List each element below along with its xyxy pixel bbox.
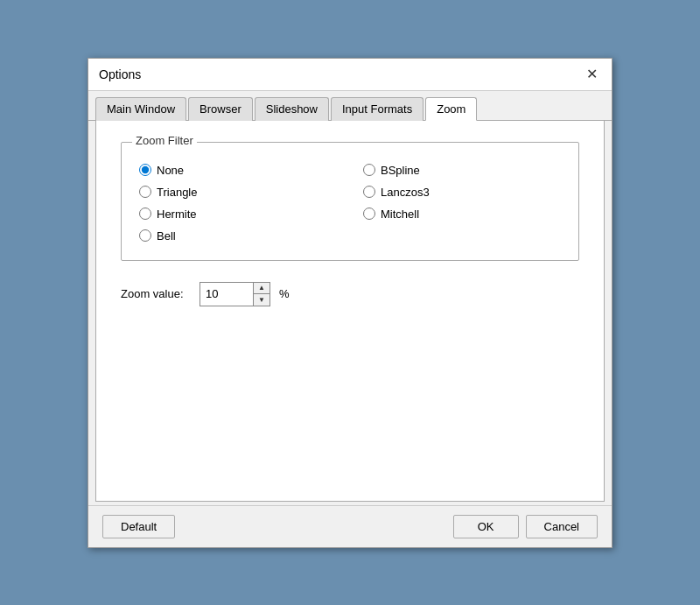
spin-down-button[interactable]: ▼ [254,294,270,306]
percent-label: % [279,287,290,300]
tab-browser[interactable]: Browser [188,97,253,121]
radio-bspline-label: BSpline [381,164,420,177]
tab-input-formats[interactable]: Input Formats [331,97,424,121]
cancel-button[interactable]: Cancel [526,515,598,538]
radio-hermite-input[interactable] [139,208,151,220]
spin-buttons: ▲ ▼ [253,283,270,306]
radio-mitchell-label: Mitchell [381,208,419,221]
radio-bspline[interactable]: BSpline [363,164,561,177]
footer-right-buttons: OK Cancel [453,515,598,538]
close-button[interactable]: ✕ [583,66,601,83]
tab-main-window[interactable]: Main Window [95,97,186,121]
radio-lanczos3-input[interactable] [363,186,375,198]
radio-triangle-label: Triangle [157,186,197,199]
radio-lanczos3[interactable]: Lanczos3 [363,186,561,199]
radio-bspline-input[interactable] [363,164,375,176]
radio-hermite-label: Hermite [157,208,197,221]
zoom-filter-group: Zoom Filter None BSpline Triangle [121,142,579,261]
radio-bell-label: Bell [157,229,176,243]
radio-mitchell-input[interactable] [363,208,375,220]
options-dialog: Options ✕ Main Window Browser Slideshow … [88,58,612,548]
default-button[interactable]: Default [102,515,175,538]
zoom-filter-legend: Zoom Filter [132,134,197,147]
radio-grid: None BSpline Triangle Lanczos3 [139,164,561,243]
radio-mitchell[interactable]: Mitchell [363,208,561,221]
radio-none-label: None [157,164,184,177]
zoom-value-label: Zoom value: [121,287,191,300]
radio-hermite[interactable]: Hermite [139,208,337,221]
tab-bar: Main Window Browser Slideshow Input Form… [88,91,612,121]
radio-none[interactable]: None [139,164,337,177]
radio-none-input[interactable] [139,164,151,176]
title-bar: Options ✕ [88,59,612,91]
tab-zoom[interactable]: Zoom [425,97,477,121]
radio-triangle-input[interactable] [139,186,151,198]
zoom-value-spinbox: ▲ ▼ [200,282,270,306]
dialog-footer: Default OK Cancel [88,505,612,547]
radio-lanczos3-label: Lanczos3 [381,186,430,199]
zoom-value-row: Zoom value: ▲ ▼ % [121,282,579,306]
dialog-title: Options [99,67,141,81]
radio-bell-input[interactable] [139,229,151,242]
tab-slideshow[interactable]: Slideshow [255,97,329,121]
radio-triangle[interactable]: Triangle [139,186,337,199]
spin-up-button[interactable]: ▲ [254,283,270,294]
ok-button[interactable]: OK [453,515,519,538]
radio-bell[interactable]: Bell [139,229,337,243]
zoom-value-input[interactable] [200,283,253,306]
tab-content: Zoom Filter None BSpline Triangle [95,121,605,502]
